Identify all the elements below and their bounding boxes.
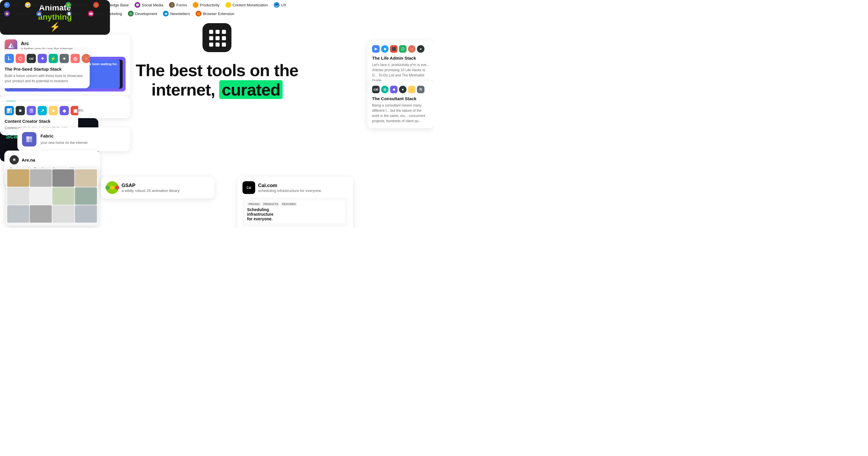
calcom-nav: PRICING PRODUCTS FEATURES — [247, 202, 343, 206]
arena-cell — [30, 205, 52, 223]
dot — [216, 30, 220, 34]
fabric-name: Fabric — [40, 134, 88, 138]
tool-icon-circle: ○ — [82, 54, 90, 63]
gsap-dots — [105, 186, 119, 190]
gsap-tagline: a wildly robust JS animation library. — [122, 189, 180, 193]
life-admin-icons: ▶ ◆ ⬛ ⬡ ○ ● — [372, 45, 429, 53]
arena-cell — [30, 187, 52, 205]
hero-title-highlight: curated — [219, 80, 283, 99]
tag-browser-extension[interactable]: 🟠Browser Extension — [194, 10, 236, 18]
calcom-nav-item: PRODUCTS — [262, 202, 280, 206]
tag-knowledge-base[interactable]: ✳️Knowledge Base — [91, 1, 130, 9]
fabric-card[interactable]: Fabric your new home on the internet. — [18, 127, 130, 151]
svg-rect-0 — [26, 136, 29, 139]
life-admin-title: The Life Admin Stack — [372, 56, 429, 60]
tool-icon-green: ⚡ — [49, 54, 58, 63]
consultant-card[interactable]: cal ◎ ◈ ● ⚡ N The Consultant Stack Being… — [368, 81, 434, 128]
tag-docs[interactable]: 📄Docs — [64, 10, 84, 18]
svg-rect-1 — [29, 136, 32, 139]
pre-seed-desc: Build a future unicorn with these tools … — [5, 73, 85, 84]
gsap-dot-green — [105, 186, 110, 190]
la-icon-5: ○ — [408, 45, 415, 53]
tag-data-&-analytics[interactable]: 📊Data & Analytics — [23, 1, 61, 9]
arena-cell — [75, 187, 97, 205]
cons-icon-2: ◎ — [381, 86, 389, 93]
tag-productivity[interactable]: 🔶Productivity — [191, 1, 221, 9]
cc-icon-5: ★ — [49, 106, 58, 115]
dot — [216, 36, 220, 40]
tags-row-2: ⭐Automation📅Calendars📄Docs📧Email Marketi… — [0, 10, 434, 18]
tag-forms[interactable]: ✳️Forms — [167, 1, 189, 9]
content-creator-icons: 📊 ■ ☰ ↗ ★ ◈ ▣ — [5, 106, 73, 115]
calcom-nav-item: PRICING — [247, 202, 261, 206]
dot — [216, 42, 220, 47]
life-admin-card[interactable]: ▶ ◆ ⬛ ⬡ ○ ● The Life Admin Stack Let's f… — [368, 40, 434, 88]
tag-social-media[interactable]: 💬Social Media — [133, 1, 165, 9]
cons-icon-5: ⚡ — [408, 86, 415, 93]
calcom-card[interactable]: Cal Cal.com scheduling infrastructure fo… — [237, 177, 353, 228]
tag-seo[interactable]: 🔍SEO — [2, 1, 21, 9]
gsap-card[interactable]: GSAP a wildly robust JS animation librar… — [101, 177, 214, 199]
tag-development[interactable]: ⚙️Development — [126, 10, 159, 18]
cc-icon-2: ■ — [16, 106, 25, 115]
tags-row-1: 🔍SEO📊Data & Analytics⚡No Code✳️Knowledge… — [0, 1, 434, 9]
arc-name: Arc — [21, 41, 73, 47]
hero-title: The best tools on the internet, curated — [136, 61, 298, 99]
tag-automation[interactable]: ⭐Automation — [2, 10, 32, 18]
dot — [209, 30, 213, 34]
cons-icon-1: cal — [372, 86, 380, 93]
calcom-tagline: scheduling infrastructure for everyone. — [258, 189, 322, 193]
arena-name: Are.na — [22, 158, 35, 163]
arena-cell — [52, 187, 74, 205]
hero-logo — [203, 23, 231, 52]
tag-email-marketing[interactable]: 📧Email Marketing — [86, 10, 124, 18]
life-admin-desc: Let's face it, productivity p*rn is eve.… — [372, 62, 429, 83]
arena-cell — [7, 169, 29, 187]
cc-icon-1: 📊 — [5, 106, 14, 115]
arena-header: ✳ Are.na — [9, 155, 95, 165]
tool-icon-red: ⬡ — [16, 54, 25, 63]
cons-icon-6: N — [417, 86, 425, 93]
tags-container: 🔍SEO📊Data & Analytics⚡No Code✳️Knowledge… — [0, 0, 434, 20]
hero-title-line2: internet, — [151, 80, 215, 99]
cc-icon-7: ▣ — [71, 106, 78, 115]
arena-screenshot — [6, 168, 98, 226]
pre-seed-title: The Pre-Seed Startup Stack — [5, 66, 85, 72]
cons-icon-3: ◈ — [390, 86, 398, 93]
dot — [222, 36, 226, 40]
dot — [222, 42, 226, 47]
tag-no-code[interactable]: ⚡No Code — [64, 1, 89, 9]
la-icon-3: ⬛ — [390, 45, 398, 53]
gsap-dot-yellow — [110, 186, 114, 190]
calcom-header: Cal Cal.com scheduling infrastructure fo… — [243, 181, 348, 194]
calcom-screenshot: PRICING PRODUCTS FEATURES Schedulinginfr… — [243, 197, 348, 227]
fabric-tagline: your new home on the internet. — [40, 140, 88, 145]
content-creator-title: Content Creator Stack — [5, 119, 73, 124]
cc-icon-4: ↗ — [38, 106, 47, 115]
tag-content-monetization[interactable]: 💛Content Monetization — [224, 1, 270, 9]
cons-icon-4: ● — [399, 86, 406, 93]
tag-ux[interactable]: 🖥️UX — [272, 1, 288, 9]
pre-seed-card[interactable]: L ⬡ cal ✦ ⚡ ● ◎ ○ The Pre-Seed Startup S… — [0, 49, 90, 88]
arena-grid — [6, 168, 98, 224]
arena-cell — [52, 169, 74, 187]
animate-lightning-icon: ⚡ — [38, 22, 72, 32]
tag-newsletters[interactable]: 📨Newsletters — [161, 10, 191, 18]
tool-icon-linear: L — [5, 54, 14, 63]
svg-rect-3 — [29, 139, 32, 142]
fabric-icon — [22, 132, 36, 146]
tag-calendars[interactable]: 📅Calendars — [34, 10, 62, 18]
dot — [209, 42, 213, 47]
tool-icon-orange-red: ◎ — [71, 54, 80, 63]
la-icon-4: ⬡ — [399, 45, 406, 53]
calcom-nav-item: FEATURES — [281, 202, 297, 206]
gsap-header: GSAP a wildly robust JS animation librar… — [106, 181, 210, 194]
calcom-headline: Schedulinginfrastructurefor everyone. — [247, 207, 343, 221]
arena-cell — [75, 169, 97, 187]
dot — [209, 36, 213, 40]
calcom-name: Cal.com — [258, 183, 322, 189]
arena-cell — [52, 205, 74, 223]
consultant-title: The Consultant Stack — [372, 96, 429, 101]
gsap-name: GSAP — [122, 183, 180, 189]
arena-cell — [7, 205, 29, 223]
